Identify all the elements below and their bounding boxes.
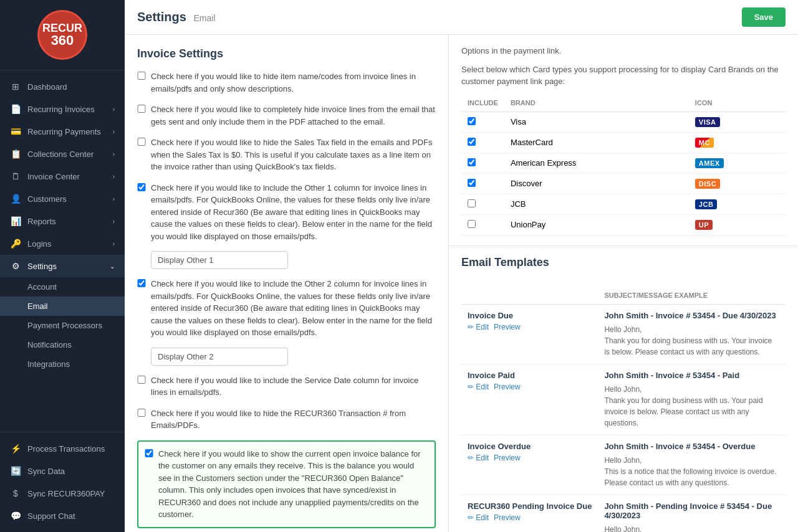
- sidebar-item-recurring-payments[interactable]: 💳 Recurring Payments ›: [0, 120, 125, 143]
- chevron-right-icon: ›: [113, 196, 115, 202]
- card-checkbox-visa[interactable]: [468, 117, 476, 125]
- sidebar-sub-payment-processors[interactable]: Payment Processors: [0, 316, 125, 335]
- checkbox-6[interactable]: [137, 376, 146, 384]
- sidebar-sub-account[interactable]: Account: [0, 277, 125, 297]
- template-subject-invoice-paid: John Smith - Invoice # 53454 - Paid: [604, 371, 779, 380]
- card-checkbox-discover[interactable]: [468, 179, 476, 187]
- sidebar-item-collections[interactable]: 📋 Collections Center ›: [0, 143, 125, 165]
- template-preview-invoice-paid[interactable]: Preview: [494, 382, 521, 391]
- template-name-invoice-due: Invoice Due: [468, 311, 592, 320]
- card-badge-unionpay: UP: [695, 220, 713, 230]
- template-subject-recur360-pending-due: John Smith - Pending Invoice # 53454 - D…: [604, 501, 779, 520]
- page-title-area: Settings Email: [137, 10, 216, 24]
- sidebar-item-label: Process Transactions: [27, 444, 105, 454]
- checkbox-5[interactable]: [137, 279, 146, 287]
- chevron-right-icon: ›: [113, 128, 115, 135]
- sidebar-item-label: Dashboard: [27, 82, 67, 92]
- checkbox-2[interactable]: [137, 105, 146, 113]
- template-table: Subject/Message Example Invoice Due ✏ Ed…: [461, 287, 786, 533]
- card-brand-discover: Discover: [504, 173, 689, 194]
- col-icon: Icon: [689, 94, 786, 112]
- sidebar-sub-notifications[interactable]: Notifications: [0, 335, 125, 354]
- sidebar: RECUR360 ⊞ Dashboard 📄 Recurring Invoice…: [0, 0, 125, 532]
- display-other-1-input[interactable]: [151, 251, 288, 269]
- display-other-2-input[interactable]: [151, 348, 288, 366]
- checkbox-7[interactable]: [137, 409, 146, 417]
- card-checkbox-unionpay[interactable]: [468, 220, 476, 228]
- card-brand-jcb: JCB: [504, 194, 689, 214]
- template-row-invoice-overdue: Invoice Overdue ✏ Edit Preview John Smit…: [461, 435, 786, 495]
- checkbox-item-5: Check here if you would like to include …: [137, 278, 436, 339]
- checkbox-1[interactable]: [137, 72, 146, 80]
- chevron-right-icon: ›: [113, 218, 115, 225]
- checkbox-item-7: Check here if you would like to hide the…: [137, 407, 436, 432]
- sync-icon: 🔄: [10, 466, 21, 476]
- checkbox-4[interactable]: [137, 183, 146, 191]
- checkbox-label-5: Check here if you would like to include …: [151, 278, 436, 339]
- sidebar-item-invoice-center[interactable]: 🗒 Invoice Center ›: [0, 165, 125, 188]
- sidebar-item-reports[interactable]: 📊 Reports ›: [0, 210, 125, 232]
- checkbox-3[interactable]: [137, 138, 146, 146]
- template-row-invoice-due: Invoice Due ✏ Edit Preview John Smith - …: [461, 304, 786, 364]
- template-col-name: [461, 287, 598, 305]
- sidebar-item-sync-data[interactable]: 🔄 Sync Data: [0, 460, 125, 482]
- sidebar-item-label: Logins: [27, 239, 51, 249]
- sidebar-bottom: ⚡ Process Transactions 🔄 Sync Data $ Syn…: [0, 432, 125, 532]
- sidebar-item-label: Sync Data: [27, 467, 65, 476]
- templates-section: Email Templates Subject/Message Example …: [449, 246, 798, 533]
- sidebar-item-process-transactions[interactable]: ⚡ Process Transactions: [0, 437, 125, 460]
- left-panel: Invoice Settings Check here if you would…: [125, 35, 449, 532]
- main-content: Settings Email Save Invoice Settings Che…: [125, 0, 798, 532]
- card-row: UnionPay UP: [461, 214, 786, 235]
- template-edit-recur360-pending-due[interactable]: ✏ Edit: [468, 513, 489, 522]
- logo-text: RECUR360: [42, 22, 82, 47]
- template-preview-invoice-overdue[interactable]: Preview: [494, 454, 521, 462]
- template-preview-invoice-due[interactable]: Preview: [494, 323, 521, 331]
- checkbox-item-3: Check here if you would like to hide the…: [137, 136, 436, 173]
- sidebar-item-recurring-invoices[interactable]: 📄 Recurring Invoices ›: [0, 98, 125, 120]
- collections-icon: 📋: [10, 149, 21, 159]
- sidebar-item-sync-recur360pay[interactable]: $ Sync RECUR360PAY: [0, 482, 125, 505]
- template-edit-invoice-due[interactable]: ✏ Edit: [468, 323, 489, 331]
- card-row: Discover DISC: [461, 173, 786, 194]
- sidebar-nav: ⊞ Dashboard 📄 Recurring Invoices › 💳 Rec…: [0, 70, 125, 432]
- card-badge-visa: VISA: [695, 117, 720, 127]
- template-edit-invoice-overdue[interactable]: ✏ Edit: [468, 454, 489, 462]
- card-brand-visa: Visa: [504, 112, 689, 132]
- recurring-invoices-icon: 📄: [10, 104, 21, 114]
- sidebar-item-settings[interactable]: ⚙ Settings ⌄: [0, 255, 125, 277]
- template-preview-recur360-pending-due[interactable]: Preview: [494, 513, 521, 522]
- process-icon: ⚡: [10, 444, 21, 454]
- logins-icon: 🔑: [10, 239, 21, 249]
- checkbox-item-6: Check here if you would like to include …: [137, 374, 436, 399]
- chevron-right-icon: ›: [113, 173, 115, 180]
- reports-icon: 📊: [10, 216, 21, 226]
- template-row-recur360-pending-due: RECUR360 Pending Invoice Due ✏ Edit Prev…: [461, 495, 786, 532]
- content-area: Invoice Settings Check here if you would…: [125, 35, 798, 532]
- sidebar-item-dashboard[interactable]: ⊞ Dashboard: [0, 75, 125, 98]
- template-preview-text-invoice-overdue: Hello John,This is a notice that the fol…: [604, 455, 779, 488]
- template-edit-invoice-paid[interactable]: ✏ Edit: [468, 382, 489, 391]
- card-badge-discover: DISC: [695, 179, 720, 189]
- save-button[interactable]: Save: [742, 7, 786, 27]
- sidebar-item-logins[interactable]: 🔑 Logins ›: [0, 232, 125, 255]
- card-checkbox-jcb[interactable]: [468, 199, 476, 207]
- card-row: Visa VISA: [461, 112, 786, 132]
- template-name-invoice-overdue: Invoice Overdue: [468, 442, 592, 451]
- checkbox-label-7: Check here if you would like to hide the…: [151, 407, 436, 432]
- sidebar-item-label: Reports: [27, 217, 56, 226]
- checkbox-label-6: Check here if you would like to include …: [151, 374, 436, 399]
- checkbox-8[interactable]: [145, 449, 153, 457]
- recurring-payments-icon: 💳: [10, 126, 21, 136]
- chevron-right-icon: ›: [113, 151, 115, 158]
- card-checkbox-amex[interactable]: [468, 158, 476, 166]
- sidebar-item-support-chat[interactable]: 💬 Support Chat: [0, 505, 125, 527]
- dashboard-icon: ⊞: [10, 82, 21, 92]
- sidebar-item-customers[interactable]: 👤 Customers ›: [0, 188, 125, 210]
- sidebar-sub-integrations[interactable]: Integrations: [0, 354, 125, 374]
- sidebar-sub-email[interactable]: Email: [0, 297, 125, 316]
- card-checkbox-mastercard[interactable]: [468, 138, 476, 146]
- right-panel: Options in the payment link. Select belo…: [449, 35, 798, 532]
- card-badge-mastercard: MC: [695, 138, 714, 148]
- template-preview-text-invoice-paid: Hello John,Thank you for doing business …: [604, 384, 779, 429]
